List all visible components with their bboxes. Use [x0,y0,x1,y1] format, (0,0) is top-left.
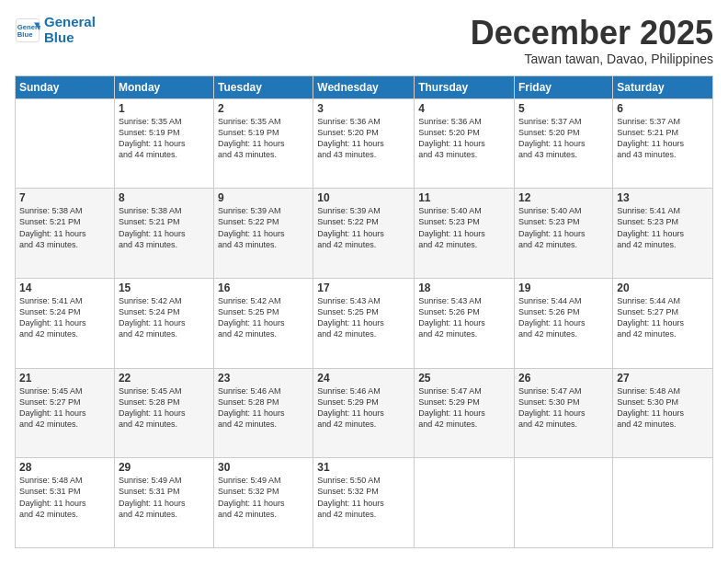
calendar-cell: 29Sunrise: 5:49 AM Sunset: 5:31 PM Dayli… [114,458,213,548]
day-number: 22 [119,372,210,385]
calendar-cell: 21Sunrise: 5:45 AM Sunset: 5:27 PM Dayli… [16,368,115,458]
calendar-table: SundayMondayTuesdayWednesdayThursdayFrid… [15,75,713,548]
day-info: Sunrise: 5:49 AM Sunset: 5:32 PM Dayligh… [218,475,309,520]
day-info: Sunrise: 5:40 AM Sunset: 5:23 PM Dayligh… [518,205,609,250]
calendar-cell: 5Sunrise: 5:37 AM Sunset: 5:20 PM Daylig… [515,98,613,189]
day-number: 14 [19,282,110,294]
day-info: Sunrise: 5:41 AM Sunset: 5:24 PM Dayligh… [19,295,110,340]
day-number: 16 [218,282,309,294]
calendar-cell [515,458,613,548]
day-number: 8 [119,191,210,204]
day-info: Sunrise: 5:43 AM Sunset: 5:25 PM Dayligh… [317,295,410,340]
calendar-cell: 15Sunrise: 5:42 AM Sunset: 5:24 PM Dayli… [114,278,213,368]
svg-text:Blue: Blue [17,30,33,39]
day-info: Sunrise: 5:48 AM Sunset: 5:31 PM Dayligh… [19,475,110,520]
day-info: Sunrise: 5:48 AM Sunset: 5:30 PM Dayligh… [617,385,709,431]
day-number: 28 [19,461,110,474]
day-info: Sunrise: 5:42 AM Sunset: 5:25 PM Dayligh… [218,295,309,340]
calendar-week-2: 14Sunrise: 5:41 AM Sunset: 5:24 PM Dayli… [16,278,713,368]
logo: General Blue General Blue [15,15,96,45]
day-info: Sunrise: 5:35 AM Sunset: 5:19 PM Dayligh… [119,116,210,161]
calendar-cell: 3Sunrise: 5:36 AM Sunset: 5:20 PM Daylig… [313,98,415,189]
calendar-cell: 23Sunrise: 5:46 AM Sunset: 5:28 PM Dayli… [214,368,313,458]
header-row: SundayMondayTuesdayWednesdayThursdayFrid… [16,75,713,98]
calendar-cell: 30Sunrise: 5:49 AM Sunset: 5:32 PM Dayli… [214,458,313,548]
calendar-cell: 8Sunrise: 5:38 AM Sunset: 5:21 PM Daylig… [114,189,213,279]
calendar-cell [613,458,713,548]
day-info: Sunrise: 5:37 AM Sunset: 5:20 PM Dayligh… [518,116,609,161]
day-info: Sunrise: 5:36 AM Sunset: 5:20 PM Dayligh… [317,116,410,161]
calendar-cell: 19Sunrise: 5:44 AM Sunset: 5:26 PM Dayli… [515,278,613,368]
day-number: 21 [19,372,110,385]
day-number: 18 [418,282,510,294]
calendar-cell: 6Sunrise: 5:37 AM Sunset: 5:21 PM Daylig… [613,98,713,189]
day-number: 13 [617,191,709,204]
day-number: 27 [617,372,709,385]
logo-text: General Blue [44,15,96,45]
day-number: 31 [317,461,410,474]
day-number: 11 [418,191,510,204]
calendar-cell: 27Sunrise: 5:48 AM Sunset: 5:30 PM Dayli… [613,368,713,458]
day-number: 4 [418,102,510,115]
calendar-cell: 28Sunrise: 5:48 AM Sunset: 5:31 PM Dayli… [16,458,115,548]
header: General Blue General Blue December 2025 … [15,15,713,66]
day-info: Sunrise: 5:39 AM Sunset: 5:22 PM Dayligh… [218,205,309,250]
day-number: 3 [317,102,410,115]
calendar-cell: 2Sunrise: 5:35 AM Sunset: 5:19 PM Daylig… [214,98,313,189]
day-info: Sunrise: 5:41 AM Sunset: 5:23 PM Dayligh… [617,205,709,250]
calendar-week-1: 7Sunrise: 5:38 AM Sunset: 5:21 PM Daylig… [16,189,713,279]
month-title: December 2025 [471,15,713,52]
col-header-wednesday: Wednesday [313,75,415,98]
calendar-week-0: 1Sunrise: 5:35 AM Sunset: 5:19 PM Daylig… [16,98,713,189]
day-info: Sunrise: 5:35 AM Sunset: 5:19 PM Dayligh… [218,116,309,161]
calendar-cell: 13Sunrise: 5:41 AM Sunset: 5:23 PM Dayli… [613,189,713,279]
day-number: 15 [119,282,210,294]
col-header-friday: Friday [515,75,613,98]
col-header-thursday: Thursday [415,75,515,98]
calendar-cell: 11Sunrise: 5:40 AM Sunset: 5:23 PM Dayli… [415,189,515,279]
page: General Blue General Blue December 2025 … [0,0,728,563]
title-block: December 2025 Tawan tawan, Davao, Philip… [471,15,713,66]
day-info: Sunrise: 5:50 AM Sunset: 5:32 PM Dayligh… [317,475,410,520]
calendar-week-4: 28Sunrise: 5:48 AM Sunset: 5:31 PM Dayli… [16,458,713,548]
day-number: 9 [218,191,309,204]
day-number: 30 [218,461,309,474]
day-number: 24 [317,372,410,385]
calendar-week-3: 21Sunrise: 5:45 AM Sunset: 5:27 PM Dayli… [16,368,713,458]
day-info: Sunrise: 5:42 AM Sunset: 5:24 PM Dayligh… [119,295,210,340]
day-info: Sunrise: 5:45 AM Sunset: 5:28 PM Dayligh… [119,385,210,431]
calendar-cell: 12Sunrise: 5:40 AM Sunset: 5:23 PM Dayli… [515,189,613,279]
col-header-tuesday: Tuesday [214,75,313,98]
location: Tawan tawan, Davao, Philippines [471,52,713,66]
logo-icon: General Blue [15,17,40,43]
calendar-cell: 1Sunrise: 5:35 AM Sunset: 5:19 PM Daylig… [114,98,213,189]
day-info: Sunrise: 5:36 AM Sunset: 5:20 PM Dayligh… [418,116,510,161]
calendar-cell: 7Sunrise: 5:38 AM Sunset: 5:21 PM Daylig… [16,189,115,279]
col-header-sunday: Sunday [16,75,115,98]
day-number: 2 [218,102,309,115]
calendar-cell: 9Sunrise: 5:39 AM Sunset: 5:22 PM Daylig… [214,189,313,279]
calendar-cell: 31Sunrise: 5:50 AM Sunset: 5:32 PM Dayli… [313,458,415,548]
day-info: Sunrise: 5:40 AM Sunset: 5:23 PM Dayligh… [418,205,510,250]
day-number: 6 [617,102,709,115]
day-number: 25 [418,372,510,385]
day-info: Sunrise: 5:37 AM Sunset: 5:21 PM Dayligh… [617,116,709,161]
day-info: Sunrise: 5:38 AM Sunset: 5:21 PM Dayligh… [19,205,110,250]
day-info: Sunrise: 5:39 AM Sunset: 5:22 PM Dayligh… [317,205,410,250]
day-number: 26 [518,372,609,385]
day-info: Sunrise: 5:44 AM Sunset: 5:27 PM Dayligh… [617,295,709,340]
day-number: 19 [518,282,609,294]
day-number: 5 [518,102,609,115]
day-number: 17 [317,282,410,294]
day-info: Sunrise: 5:45 AM Sunset: 5:27 PM Dayligh… [19,385,110,431]
day-info: Sunrise: 5:47 AM Sunset: 5:30 PM Dayligh… [518,385,609,431]
calendar-cell: 24Sunrise: 5:46 AM Sunset: 5:29 PM Dayli… [313,368,415,458]
calendar-cell [16,98,115,189]
col-header-monday: Monday [114,75,213,98]
day-info: Sunrise: 5:38 AM Sunset: 5:21 PM Dayligh… [119,205,210,250]
calendar-cell: 20Sunrise: 5:44 AM Sunset: 5:27 PM Dayli… [613,278,713,368]
day-info: Sunrise: 5:44 AM Sunset: 5:26 PM Dayligh… [518,295,609,340]
day-number: 7 [19,191,110,204]
calendar-cell: 17Sunrise: 5:43 AM Sunset: 5:25 PM Dayli… [313,278,415,368]
day-info: Sunrise: 5:49 AM Sunset: 5:31 PM Dayligh… [119,475,210,520]
